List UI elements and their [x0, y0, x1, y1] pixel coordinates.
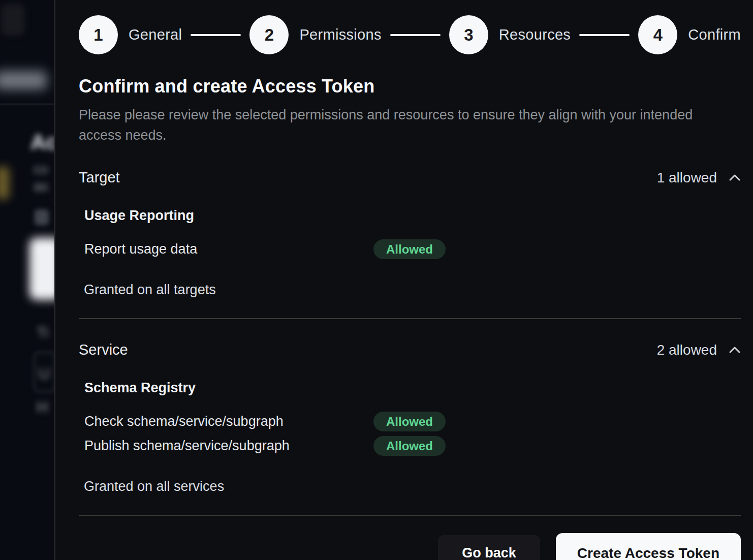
step-number-circle: 4: [638, 15, 677, 54]
step-label: General: [129, 26, 182, 43]
permission-row: Report usage data Allowed: [84, 239, 741, 259]
granted-note: Granted on all targets: [84, 282, 741, 298]
section-target: Target 1 allowed Usage Reporting Report …: [79, 169, 741, 298]
step-connector: [579, 34, 630, 36]
create-access-token-button[interactable]: Create Access Token: [556, 533, 741, 560]
footer-actions: Go back Create Access Token: [79, 533, 741, 560]
permission-group-usage-reporting: Usage Reporting Report usage data Allowe…: [84, 208, 741, 259]
blurred-text-fragment: U: [39, 365, 50, 383]
chevron-up-icon: [729, 174, 741, 181]
permission-label: Report usage data: [84, 241, 373, 257]
status-badge: Allowed: [373, 436, 446, 456]
blurred-logo-tile: [1, 4, 24, 36]
permission-row: Publish schema/service/subgraph Allowed: [84, 436, 741, 456]
blurred-white-card: [29, 238, 54, 300]
blurred-text-fragment: Ti: [37, 324, 48, 341]
page-title: Confirm and create Access Token: [79, 76, 741, 97]
step-resources[interactable]: 3 Resources: [449, 15, 571, 54]
granted-note: Granted on all services: [84, 479, 741, 494]
status-badge: Allowed: [373, 239, 446, 259]
permission-group-schema-registry: Schema Registry Check schema/service/sub…: [84, 380, 741, 456]
footer-divider: [79, 515, 741, 516]
step-label: Permissions: [299, 26, 381, 43]
blurred-icon-tile: [35, 209, 49, 225]
target-collapse-toggle[interactable]: 1 allowed: [657, 170, 741, 186]
section-divider: [79, 318, 741, 319]
permission-row: Check schema/service/subgraph Allowed: [84, 412, 741, 431]
status-badge: Allowed: [373, 412, 446, 431]
step-number-circle: 3: [449, 15, 488, 54]
step-general[interactable]: 1 General: [79, 15, 182, 54]
permission-label: Check schema/service/subgraph: [84, 414, 373, 429]
blurred-text-fragment: Ac: [30, 130, 54, 154]
background-page-edge: Ac co as Ti U H: [0, 0, 54, 560]
page-subtitle: Please please review the selected permis…: [79, 105, 704, 145]
section-service: Service 2 allowed Schema Registry Check …: [79, 341, 741, 494]
wizard-stepper: 1 General 2 Permissions 3 Resources 4 Co…: [79, 15, 741, 54]
step-connector: [390, 34, 441, 36]
step-number-circle: 2: [249, 15, 289, 54]
step-connector: [191, 34, 241, 36]
blurred-accent-blob: [0, 167, 9, 199]
allowed-count: 1 allowed: [657, 170, 717, 186]
blurred-text-fragment: H: [37, 398, 48, 417]
step-label: Resources: [499, 26, 571, 43]
blurred-divider: [0, 104, 54, 105]
section-title: Target: [79, 169, 120, 186]
group-heading: Schema Registry: [84, 380, 741, 396]
step-confirm[interactable]: 4 Confirm: [638, 15, 741, 54]
blurred-text-fragment: as: [34, 179, 48, 195]
section-header: Target 1 allowed: [79, 169, 741, 186]
blurred-text-fragment: co: [34, 162, 48, 177]
section-header: Service 2 allowed: [79, 341, 741, 358]
blurred-nav-label: [0, 71, 47, 89]
group-heading: Usage Reporting: [84, 208, 741, 224]
create-access-token-modal: 1 General 2 Permissions 3 Resources 4 Co…: [54, 0, 753, 560]
chevron-up-icon: [729, 346, 741, 354]
step-number-circle: 1: [79, 15, 118, 54]
step-label: Confirm: [688, 26, 741, 43]
go-back-button[interactable]: Go back: [438, 535, 540, 560]
section-title: Service: [79, 341, 128, 358]
step-permissions[interactable]: 2 Permissions: [249, 15, 381, 54]
service-collapse-toggle[interactable]: 2 allowed: [657, 342, 741, 358]
permission-label: Publish schema/service/subgraph: [84, 438, 373, 454]
allowed-count: 2 allowed: [657, 342, 717, 358]
